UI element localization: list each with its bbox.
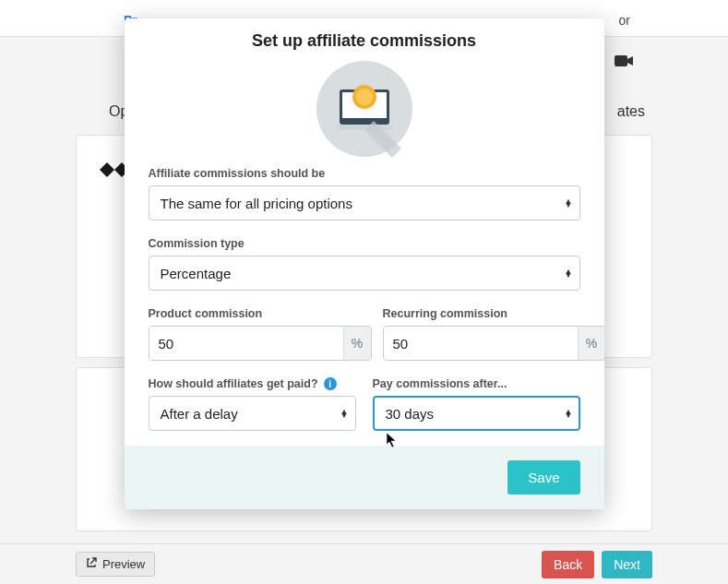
product-commission-input[interactable]: [149, 327, 343, 360]
svg-point-9: [356, 89, 373, 105]
save-button[interactable]: Save: [507, 460, 579, 495]
background-nav-fragment-right: or: [619, 13, 630, 28]
chevron-updown-icon: ▲▼: [565, 269, 573, 277]
background-tab-fragment-right: ates: [617, 103, 645, 120]
bottom-toolbar: Preview Back Next: [0, 543, 728, 584]
percent-suffix: %: [578, 327, 604, 360]
pay-method-select[interactable]: After a delay: [149, 396, 356, 431]
commissions-scope-select[interactable]: The same for all pricing options: [149, 185, 580, 220]
commissions-scope-value: The same for all pricing options: [161, 196, 352, 211]
svg-rect-3: [615, 55, 627, 66]
affiliate-commissions-modal: Set up affiliate commissions Affiliate c…: [125, 18, 604, 509]
preview-label: Preview: [102, 557, 145, 571]
camera-icon: [614, 54, 634, 72]
commission-type-select[interactable]: Percentage: [149, 256, 580, 291]
recurring-commission-label: Recurring commission: [383, 307, 604, 320]
modal-title: Set up affiliate commissions: [125, 18, 604, 58]
external-link-icon: [86, 557, 97, 571]
back-button[interactable]: Back: [542, 551, 594, 578]
chevron-updown-icon: ▲▼: [565, 410, 573, 417]
pay-after-label: Pay commissions after...: [373, 377, 580, 390]
chevron-updown-icon: ▲▼: [565, 199, 573, 207]
svg-rect-7: [336, 125, 393, 130]
product-commission-label: Product commission: [149, 307, 372, 320]
percent-suffix: %: [343, 327, 371, 360]
pay-after-value: 30 days: [386, 406, 435, 422]
commissions-scope-label: Affiliate commissions should be: [149, 167, 580, 180]
pay-method-label: How should affiliates get paid?: [149, 377, 318, 390]
modal-hero-illustration: [125, 58, 604, 167]
commission-type-label: Commission type: [149, 237, 580, 250]
product-commission-input-group: %: [149, 326, 372, 361]
modal-footer: Save: [125, 446, 604, 509]
pay-method-value: After a delay: [161, 406, 238, 422]
chevron-updown-icon: ▲▼: [340, 410, 349, 417]
pay-after-select[interactable]: 30 days: [373, 396, 580, 431]
recurring-commission-input-group: %: [383, 326, 604, 361]
commission-type-value: Percentage: [161, 266, 232, 281]
next-button[interactable]: Next: [602, 551, 652, 578]
recurring-commission-input[interactable]: [384, 327, 578, 360]
preview-button[interactable]: Preview: [76, 552, 155, 577]
info-icon[interactable]: i: [324, 377, 337, 390]
